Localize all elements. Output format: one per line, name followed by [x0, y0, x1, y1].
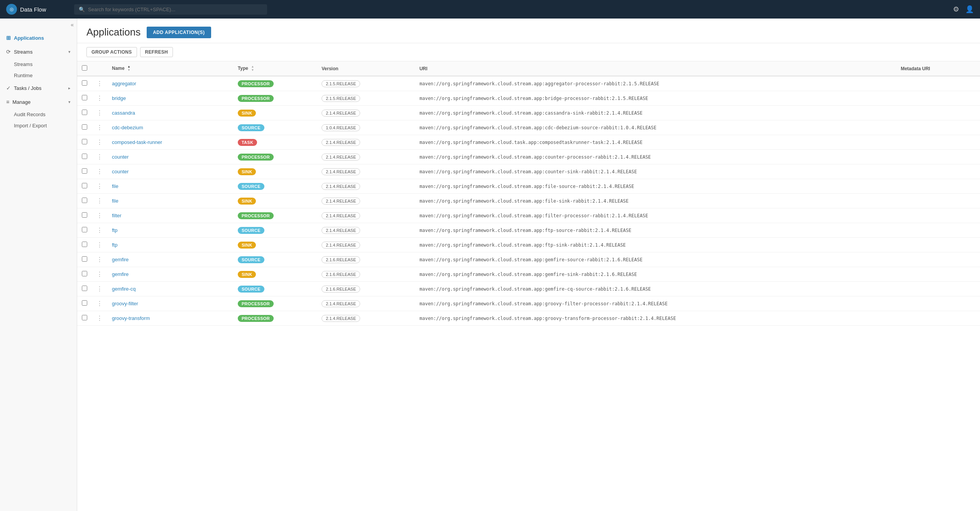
- row-menu-icon[interactable]: ⋮: [96, 315, 103, 321]
- row-checkbox-5[interactable]: [82, 154, 87, 159]
- row-menu-cell[interactable]: ⋮: [92, 208, 107, 223]
- sidebar-sub-item-audit-records[interactable]: Audit Records: [14, 109, 77, 120]
- row-menu-cell[interactable]: ⋮: [92, 252, 107, 267]
- app-name-link[interactable]: aggregator: [112, 81, 136, 86]
- search-bar[interactable]: 🔍: [74, 4, 267, 15]
- row-checkbox-13[interactable]: [82, 271, 87, 276]
- row-menu-icon[interactable]: ⋮: [96, 183, 103, 190]
- row-menu-icon[interactable]: ⋮: [96, 300, 103, 307]
- row-menu-cell[interactable]: ⋮: [92, 150, 107, 164]
- row-menu-cell[interactable]: ⋮: [92, 267, 107, 282]
- row-checkbox-3[interactable]: [82, 124, 87, 130]
- row-menu-cell[interactable]: ⋮: [92, 194, 107, 208]
- row-checkbox-9[interactable]: [82, 212, 87, 218]
- app-name-link[interactable]: bridge: [112, 95, 126, 101]
- row-menu-icon[interactable]: ⋮: [96, 242, 103, 248]
- app-name-link[interactable]: file: [112, 183, 118, 189]
- row-version-cell: 2.1.6.RELEASE: [317, 282, 415, 296]
- type-badge: PROCESSOR: [238, 95, 274, 102]
- sidebar-collapse-button[interactable]: «: [71, 22, 74, 28]
- app-name-link[interactable]: file: [112, 198, 118, 204]
- row-checkbox-6[interactable]: [82, 168, 87, 174]
- row-version-cell: 2.1.6.RELEASE: [317, 267, 415, 282]
- row-checkbox-1[interactable]: [82, 95, 87, 100]
- type-badge: SOURCE: [238, 256, 264, 263]
- row-menu-cell[interactable]: ⋮: [92, 282, 107, 296]
- uri-text: maven://org.springframework.cloud.stream…: [420, 301, 668, 306]
- search-icon: 🔍: [79, 7, 85, 12]
- row-menu-cell[interactable]: ⋮: [92, 238, 107, 252]
- row-menu-cell[interactable]: ⋮: [92, 296, 107, 311]
- sidebar-item-applications[interactable]: ⊞ Applications: [0, 31, 77, 45]
- row-checkbox-10[interactable]: [82, 227, 87, 232]
- row-menu-cell[interactable]: ⋮: [92, 106, 107, 120]
- row-menu-cell[interactable]: ⋮: [92, 164, 107, 179]
- user-icon[interactable]: 👤: [965, 5, 974, 14]
- row-checkbox-11[interactable]: [82, 242, 87, 247]
- app-name-link[interactable]: ftp: [112, 227, 117, 233]
- row-checkbox-7[interactable]: [82, 183, 87, 188]
- row-menu-cell[interactable]: ⋮: [92, 135, 107, 150]
- app-name-link[interactable]: cdc-debezium: [112, 125, 143, 130]
- row-menu-icon[interactable]: ⋮: [96, 95, 103, 102]
- table-row: ⋮ gemfire SOURCE 2.1.6.RELEASE maven://o…: [77, 252, 980, 267]
- row-menu-icon[interactable]: ⋮: [96, 168, 103, 175]
- row-menu-icon[interactable]: ⋮: [96, 139, 103, 146]
- sidebar-sub-item-import-export[interactable]: Import / Export: [14, 120, 77, 131]
- row-menu-icon[interactable]: ⋮: [96, 227, 103, 234]
- app-name-link[interactable]: composed-task-runner: [112, 139, 162, 145]
- sidebar-item-manage[interactable]: ≡ Manage ▾: [0, 95, 77, 109]
- row-checkbox-4[interactable]: [82, 139, 87, 144]
- type-sort-icons[interactable]: ▲ ▼: [251, 65, 254, 72]
- row-menu-icon[interactable]: ⋮: [96, 124, 103, 131]
- row-menu-icon[interactable]: ⋮: [96, 212, 103, 219]
- row-checkbox-8[interactable]: [82, 198, 87, 203]
- row-checkbox-14[interactable]: [82, 286, 87, 291]
- row-menu-icon[interactable]: ⋮: [96, 271, 103, 277]
- app-name-link[interactable]: gemfire-cq: [112, 286, 135, 292]
- row-menu-icon[interactable]: ⋮: [96, 256, 103, 263]
- row-menu-cell[interactable]: ⋮: [92, 179, 107, 194]
- app-name-link[interactable]: filter: [112, 213, 122, 218]
- row-checkbox-16[interactable]: [82, 315, 87, 320]
- group-actions-button[interactable]: GROUP ACTIONS: [86, 47, 137, 57]
- app-name-link[interactable]: groovy-transform: [112, 315, 150, 321]
- row-checkbox-cell: [77, 282, 92, 296]
- search-input[interactable]: [88, 7, 262, 12]
- settings-icon[interactable]: ⚙: [953, 5, 959, 14]
- row-menu-icon[interactable]: ⋮: [96, 154, 103, 160]
- row-menu-cell[interactable]: ⋮: [92, 120, 107, 135]
- row-uri-cell: maven://org.springframework.cloud.stream…: [415, 120, 896, 135]
- refresh-button[interactable]: REFRESH: [140, 47, 173, 57]
- row-menu-icon[interactable]: ⋮: [96, 80, 103, 87]
- sidebar-sub-item-runtime[interactable]: Runtime: [14, 70, 77, 81]
- app-name-link[interactable]: gemfire: [112, 257, 129, 262]
- row-checkbox-2[interactable]: [82, 110, 87, 115]
- row-checkbox-12[interactable]: [82, 256, 87, 262]
- app-name-link[interactable]: gemfire: [112, 271, 129, 277]
- sidebar-sub-item-streams[interactable]: Streams: [14, 59, 77, 70]
- sidebar-item-streams[interactable]: ⟳ Streams ▾: [0, 45, 77, 59]
- topbar: ◎ Data Flow 🔍 ⚙ 👤: [0, 0, 980, 19]
- row-menu-cell[interactable]: ⋮: [92, 311, 107, 326]
- row-menu-icon[interactable]: ⋮: [96, 286, 103, 292]
- app-name-link[interactable]: groovy-filter: [112, 301, 138, 306]
- row-checkbox-0[interactable]: [82, 80, 87, 86]
- app-name-link[interactable]: counter: [112, 154, 129, 160]
- row-menu-cell[interactable]: ⋮: [92, 91, 107, 106]
- row-name-cell: gemfire-cq: [107, 282, 233, 296]
- sidebar-item-tasks-jobs[interactable]: ✓ Tasks / Jobs ▸: [0, 81, 77, 95]
- row-menu-cell[interactable]: ⋮: [92, 223, 107, 238]
- sidebar-item-label: Applications: [14, 35, 44, 41]
- row-checkbox-15[interactable]: [82, 300, 87, 306]
- row-menu-icon[interactable]: ⋮: [96, 110, 103, 116]
- app-name-link[interactable]: cassandra: [112, 110, 135, 116]
- row-menu-icon[interactable]: ⋮: [96, 198, 103, 204]
- name-sort-icons[interactable]: ▲ ▼: [127, 65, 130, 72]
- select-all-checkbox[interactable]: [82, 65, 87, 71]
- add-applications-button[interactable]: ADD APPLICATION(S): [147, 27, 211, 38]
- app-name-link[interactable]: ftp: [112, 242, 117, 248]
- app-name-link[interactable]: counter: [112, 169, 129, 174]
- row-menu-cell[interactable]: ⋮: [92, 76, 107, 91]
- row-type-cell: PROCESSOR: [233, 91, 317, 106]
